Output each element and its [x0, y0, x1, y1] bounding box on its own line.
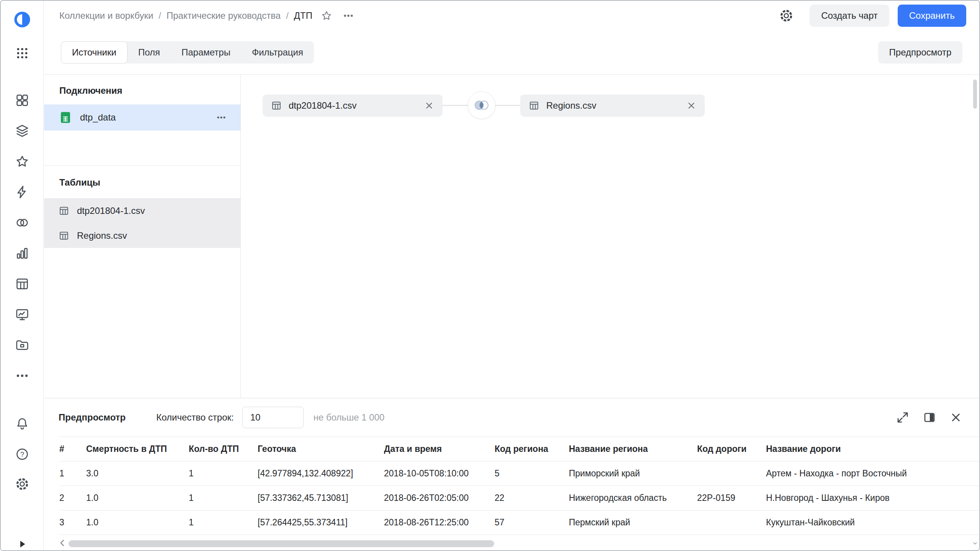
col-header-region-code: Код региона: [495, 437, 569, 461]
table-name: Regions.csv: [77, 230, 127, 241]
col-header-geopoint: Геоточка: [258, 437, 384, 461]
cell: 1: [189, 486, 258, 510]
breadcrumb-guides[interactable]: Практические руководства: [167, 10, 281, 21]
join-type-button[interactable]: [468, 91, 495, 119]
storage-folder-icon[interactable]: [1, 338, 44, 352]
cell: [57.337362,45.713081]: [258, 486, 384, 510]
preview-table: # Смертность в ДТП Кол-во ДТП Геоточка Д…: [59, 437, 980, 535]
settings-gear-icon[interactable]: [1, 477, 44, 491]
app-window: ? Коллекции и воркбуки / Практические ру…: [0, 0, 980, 551]
close-preview-icon[interactable]: [949, 411, 962, 424]
canvas-table-regions[interactable]: Regions.csv: [520, 95, 705, 117]
cell: 22Р-0159: [697, 486, 766, 510]
topbar-actions: Создать чарт Сохранить: [779, 5, 966, 27]
preview-toggle-button[interactable]: Предпросмотр: [878, 41, 962, 64]
cell: 1.0: [86, 510, 189, 535]
apps-grid-icon[interactable]: [1, 46, 44, 60]
cell: 2018-10-05T08:10:00: [384, 461, 495, 486]
create-chart-button[interactable]: Создать чарт: [810, 5, 889, 27]
cell: 3: [59, 510, 86, 535]
tab-parameters[interactable]: Параметры: [171, 41, 241, 64]
col-header-region-name: Название региона: [569, 437, 697, 461]
tables-section-title: Таблицы: [59, 177, 100, 188]
entry-menu-ellipsis-icon[interactable]: [341, 10, 356, 21]
cell: Кукуштан-Чайковский: [766, 510, 980, 535]
cell: 5: [495, 461, 569, 486]
sidebar-expand-icon[interactable]: [1, 538, 44, 550]
cell: Приморский край: [569, 461, 697, 486]
tab-filtering[interactable]: Фильтрация: [241, 41, 314, 64]
favorite-star-icon[interactable]: [321, 10, 332, 21]
save-button[interactable]: Сохранить: [898, 5, 966, 27]
breadcrumb: Коллекции и воркбуки / Практические руко…: [59, 10, 356, 21]
cell: 2018-06-26T02:05:00: [384, 486, 495, 510]
col-header-mortality: Смертность в ДТП: [86, 437, 189, 461]
notifications-bell-icon[interactable]: [1, 416, 44, 431]
tables-list: dtp201804-1.csv Regions.csv: [44, 198, 240, 248]
help-icon[interactable]: ?: [1, 447, 44, 461]
table-row: 2 1.0 1 [57.337362,45.713081] 2018-06-26…: [59, 486, 980, 510]
connection-menu-icon[interactable]: [215, 111, 227, 124]
breadcrumb-collections[interactable]: Коллекции и воркбуки: [59, 10, 153, 21]
dock-preview-icon[interactable]: [923, 411, 936, 424]
remove-table-icon[interactable]: [686, 101, 696, 111]
table-list-item-dtp201804[interactable]: dtp201804-1.csv: [44, 198, 240, 223]
tab-sources[interactable]: Источники: [61, 41, 127, 64]
breadcrumb-separator: /: [286, 10, 289, 21]
cell: [697, 510, 766, 535]
scroll-left-icon[interactable]: [57, 538, 68, 548]
tabs-group: Источники Поля Параметры Фильтрация: [61, 41, 314, 64]
collections-icon[interactable]: [1, 93, 44, 108]
dataset-settings-gear-icon[interactable]: [779, 8, 794, 23]
charts-icon[interactable]: [1, 246, 44, 261]
vertical-scrollbar[interactable]: [972, 76, 978, 548]
cell: [697, 461, 766, 486]
cell: 1.0: [86, 486, 189, 510]
workbooks-icon[interactable]: [1, 124, 44, 138]
datasets-rings-icon[interactable]: [1, 215, 44, 230]
more-icon[interactable]: [1, 368, 44, 383]
cell: [57.264425,55.373411]: [258, 510, 384, 535]
cell: [42.977894,132.408922]: [258, 461, 384, 486]
datalens-logo-icon: [13, 10, 31, 29]
breadcrumb-separator: /: [158, 10, 161, 21]
canvas-table-dtp201804[interactable]: dtp201804-1.csv: [263, 95, 443, 117]
cell: 57: [495, 510, 569, 535]
connection-name: dtp_data: [80, 112, 116, 123]
cell: Артем - Находка - порт Восточный: [766, 461, 980, 486]
connection-item-dtp-data[interactable]: dtp_data: [44, 104, 240, 130]
cell: 1: [59, 461, 86, 486]
table-icon: [59, 205, 69, 216]
cell: Н.Новгород - Шахунья - Киров: [766, 486, 980, 510]
tabs-bar: Источники Поля Параметры Фильтрация Пред…: [44, 31, 979, 75]
cell: 1: [189, 510, 258, 535]
table-icon: [271, 100, 282, 111]
cell: 2018-08-26T12:25:00: [384, 510, 495, 535]
dashboards-monitor-icon[interactable]: [1, 307, 44, 322]
horizontal-scrollbar-thumb[interactable]: [69, 540, 494, 547]
scroll-down-icon[interactable]: [972, 540, 978, 548]
connections-bolt-icon[interactable]: [1, 185, 44, 199]
cell: Пермский край: [569, 510, 697, 535]
table-list-item-regions[interactable]: Regions.csv: [44, 223, 240, 248]
expand-preview-icon[interactable]: [896, 411, 910, 424]
remove-table-icon[interactable]: [424, 101, 434, 111]
table-icon: [529, 100, 539, 111]
sidebar: ?: [1, 1, 44, 550]
row-count-input[interactable]: [242, 407, 304, 428]
datalens-logo[interactable]: [1, 10, 44, 29]
tab-fields[interactable]: Поля: [127, 41, 171, 64]
col-header-count: Кол-во ДТП: [189, 437, 258, 461]
favorites-star-icon[interactable]: [1, 154, 44, 169]
tables-icon[interactable]: [1, 277, 44, 291]
content-area: Подключения dtp_data Таблицы: [44, 75, 979, 398]
table-name: dtp201804-1.csv: [77, 205, 145, 216]
preview-controls: Предпросмотр Количество строк: не больше…: [44, 398, 979, 437]
preview-panel: Предпросмотр Количество строк: не больше…: [44, 398, 979, 550]
col-header-index: #: [59, 437, 86, 461]
preview-title: Предпросмотр: [59, 412, 126, 423]
vertical-scrollbar-thumb[interactable]: [973, 80, 977, 109]
table-icon: [59, 230, 69, 241]
canvas-table-label: Regions.csv: [546, 100, 596, 111]
join-canvas: dtp201804-1.csv Regi: [241, 75, 979, 398]
